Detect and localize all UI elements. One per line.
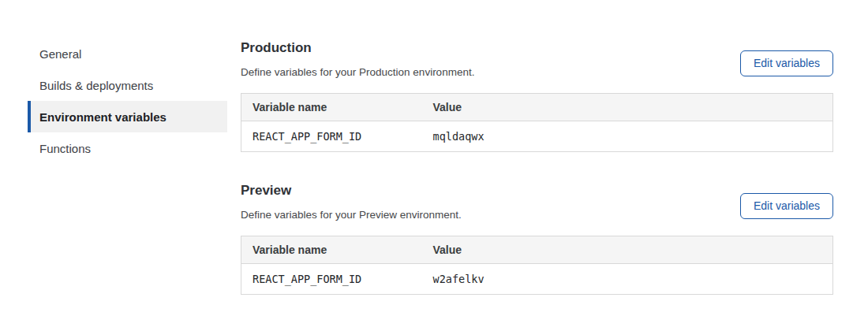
sidebar-item-builds-deployments[interactable]: Builds & deployments (28, 69, 227, 101)
cell-variable-name: REACT_APP_FORM_ID (241, 264, 422, 295)
section-preview: Preview Define variables for your Previe… (241, 182, 833, 295)
env-vars-table: Variable name Value REACT_APP_FORM_ID w2… (241, 236, 833, 295)
table-row: REACT_APP_FORM_ID w2afelkv (241, 264, 833, 295)
environment-variables-panel: Production Define variables for your Pro… (241, 39, 833, 295)
column-header-variable-name: Variable name (241, 236, 422, 264)
settings-nav: General Builds & deployments Environment… (28, 38, 227, 164)
cell-value: w2afelkv (422, 264, 833, 295)
column-header-value: Value (422, 236, 833, 264)
sidebar-item-environment-variables[interactable]: Environment variables (28, 101, 227, 132)
section-production: Production Define variables for your Pro… (241, 39, 833, 152)
column-header-variable-name: Variable name (241, 94, 422, 121)
sidebar-item-functions[interactable]: Functions (28, 132, 227, 164)
edit-variables-button[interactable]: Edit variables (740, 193, 833, 219)
table-header-row: Variable name Value (241, 94, 833, 121)
sidebar-item-general[interactable]: General (28, 38, 227, 69)
edit-variables-button[interactable]: Edit variables (740, 50, 833, 76)
table-header-row: Variable name Value (241, 236, 833, 264)
table-row: REACT_APP_FORM_ID mqldaqwx (241, 121, 833, 152)
cell-variable-name: REACT_APP_FORM_ID (241, 121, 422, 152)
env-vars-table: Variable name Value REACT_APP_FORM_ID mq… (241, 93, 833, 152)
cell-value: mqldaqwx (422, 121, 833, 152)
column-header-value: Value (422, 94, 833, 121)
